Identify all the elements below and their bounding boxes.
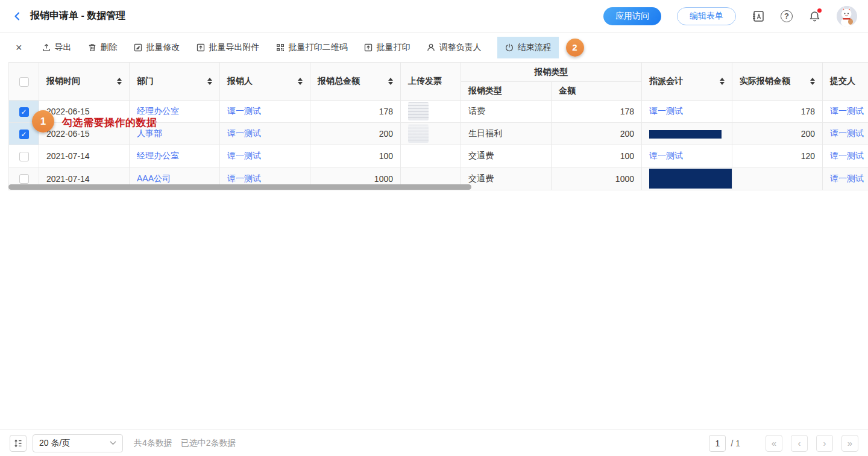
department-link[interactable]: 经理办公室 — [137, 106, 179, 116]
last-page-button[interactable]: » — [841, 435, 858, 452]
accountant-link[interactable]: 谭一测试 — [649, 151, 683, 160]
delete-button[interactable]: 删除 — [87, 37, 118, 58]
batch-print-button[interactable]: 批量打印 — [363, 37, 410, 58]
cell-actual-amount — [732, 167, 823, 190]
column-header-expense-amount: 金额 — [552, 82, 642, 101]
cell-actual-amount: 178 — [732, 101, 823, 123]
total-count-text: 共4条数据 — [134, 438, 172, 449]
row-checkbox[interactable] — [19, 107, 29, 117]
page-total-label: / 1 — [731, 439, 740, 448]
sort-icon[interactable] — [720, 78, 725, 85]
submitter-link[interactable]: 谭一测试 — [830, 151, 864, 160]
sort-icon[interactable] — [388, 78, 393, 85]
step-1-badge: 1 — [32, 110, 54, 133]
column-header-accountant[interactable]: 指派会计 — [642, 63, 732, 101]
applicant-link[interactable]: 谭一测试 — [227, 106, 261, 116]
invoice-thumbnail[interactable] — [408, 125, 429, 143]
column-header-expense-type: 报销类型 — [461, 82, 552, 101]
department-link[interactable]: 经理办公室 — [137, 151, 179, 160]
help-icon[interactable]: ? — [781, 10, 793, 22]
batch-print-qrcode-button[interactable]: 批量打印二维码 — [275, 37, 348, 58]
cell-expense-type: 交通费 — [461, 145, 552, 167]
prev-page-button[interactable]: ‹ — [791, 435, 808, 452]
batch-export-attachments-button[interactable]: 批量导出附件 — [196, 37, 260, 58]
cell-actual-amount: 200 — [732, 123, 823, 145]
row-checkbox[interactable] — [19, 130, 29, 139]
user-avatar[interactable] — [837, 6, 857, 27]
cell-expense-amount: 1000 — [552, 167, 642, 190]
accountant-link[interactable]: 谭一测试 — [649, 106, 683, 116]
row-checkbox[interactable] — [19, 152, 29, 161]
applicant-link[interactable]: 谭一测试 — [227, 151, 261, 160]
page-title: 报销申请单 - 数据管理 — [30, 10, 125, 22]
cell-expense-type: 话费 — [461, 101, 552, 123]
column-header-department[interactable]: 部门 — [130, 63, 220, 101]
print-icon — [363, 43, 373, 52]
cell-expense-amount: 178 — [552, 101, 642, 123]
column-header-invoice: 上传发票 — [401, 63, 461, 101]
select-all-checkbox[interactable] — [19, 77, 29, 87]
cell-total-amount: 200 — [310, 123, 401, 145]
notification-bell-icon[interactable] — [808, 10, 821, 22]
sort-icon[interactable] — [298, 78, 303, 85]
end-process-button[interactable]: 结束流程 — [497, 37, 559, 58]
column-header-actual-amount[interactable]: 实际报销金额 — [732, 63, 823, 101]
adjust-owner-button[interactable]: 调整负责人 — [426, 37, 482, 58]
docs-icon[interactable] — [752, 10, 765, 23]
batch-toolbar: × 导出 删除 批量修改 批量导出附件 批量打印二维码 批量打印 调整负责人 结… — [0, 33, 868, 62]
batch-edit-button[interactable]: 批量修改 — [133, 37, 180, 58]
department-link[interactable]: AAA公司 — [137, 173, 171, 183]
column-header-date[interactable]: 报销时间 — [39, 63, 130, 101]
cell-expense-amount: 200 — [552, 123, 642, 145]
edit-form-button[interactable]: 编辑表单 — [677, 7, 736, 25]
data-table: 报销时间 部门 报销人 报销总金额 上传发票 报销类型 指派会计 实际报销金额 … — [8, 62, 868, 198]
app-access-button[interactable]: 应用访问 — [603, 7, 661, 25]
notification-dot — [817, 8, 822, 13]
applicant-link[interactable]: 谭一测试 — [227, 173, 261, 183]
row-height-button[interactable] — [10, 435, 27, 452]
column-group-expense-type: 报销类型 — [461, 63, 642, 82]
export-button[interactable]: 导出 — [42, 37, 72, 58]
pagination-bar: 20 条/页 共4条数据 已选中2条数据 1 / 1 « ‹ › » — [0, 429, 868, 456]
sort-icon[interactable] — [207, 78, 212, 85]
cell-expense-type: 生日福利 — [461, 123, 552, 145]
applicant-link[interactable]: 谭一测试 — [227, 128, 261, 138]
column-header-submitter: 提交人 — [823, 63, 868, 101]
cell-total-amount: 100 — [310, 145, 401, 167]
step-1-label: 勾选需要操作的数据 — [62, 116, 157, 130]
invoice-thumbnail[interactable] — [408, 102, 429, 120]
submitter-link[interactable]: 谭一测试 — [830, 106, 864, 116]
cell-date: 2021-07-14 — [39, 145, 130, 167]
cell-actual-amount: 120 — [732, 145, 823, 167]
cell-expense-type: 交通费 — [461, 167, 552, 190]
close-selection-button[interactable]: × — [16, 42, 22, 53]
power-icon — [505, 43, 514, 52]
select-all-header — [9, 63, 39, 101]
redacted-text — [649, 169, 732, 189]
row-checkbox[interactable] — [19, 174, 29, 184]
page-size-select[interactable]: 20 条/页 — [33, 434, 123, 452]
selected-count-text: 已选中2条数据 — [181, 438, 236, 449]
submitter-link[interactable]: 谭一测试 — [830, 128, 864, 138]
redacted-text — [649, 130, 722, 139]
back-icon[interactable] — [12, 11, 23, 22]
table-row: 2021-07-14 经理办公室 谭一测试 100 交通费 100 谭一测试 1… — [9, 145, 868, 167]
export-attachment-icon — [196, 43, 206, 52]
first-page-button[interactable]: « — [766, 435, 782, 452]
edit-icon — [133, 43, 143, 52]
person-icon — [426, 43, 436, 52]
column-header-total-amount[interactable]: 报销总金额 — [310, 63, 401, 101]
sort-icon[interactable] — [117, 78, 122, 85]
top-bar: 报销申请单 - 数据管理 应用访问 编辑表单 ? — [0, 0, 868, 33]
chevron-down-icon — [110, 441, 116, 445]
horizontal-scrollbar[interactable] — [8, 184, 471, 190]
current-page-input[interactable]: 1 — [709, 435, 726, 452]
next-page-button[interactable]: › — [816, 435, 833, 452]
cell-total-amount: 178 — [310, 101, 401, 123]
cell-expense-amount: 100 — [552, 145, 642, 167]
submitter-link[interactable]: 谭一测试 — [830, 173, 864, 183]
sort-icon[interactable] — [810, 78, 815, 85]
department-link[interactable]: 人事部 — [137, 128, 162, 138]
column-header-applicant[interactable]: 报销人 — [220, 63, 310, 101]
row-height-icon — [13, 439, 23, 448]
